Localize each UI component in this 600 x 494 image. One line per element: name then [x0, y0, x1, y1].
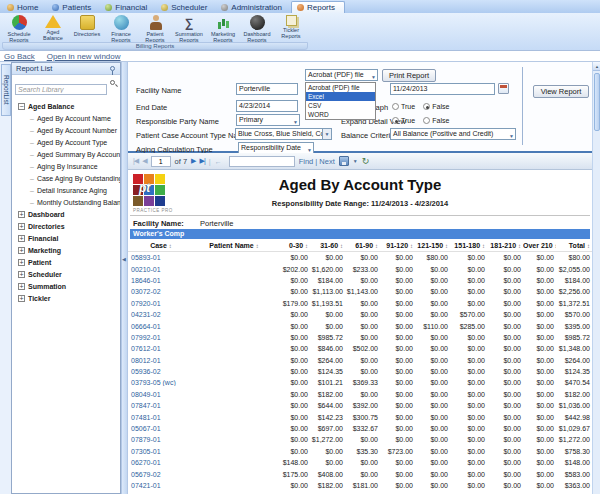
sidebar-item-monthly-outstanding-balance[interactable]: –Monthly Outstanding Balance [12, 196, 120, 208]
case-link[interactable]: 07879-01 [128, 436, 161, 443]
page-number-input[interactable] [151, 156, 171, 167]
sidebar-item-scheduler[interactable]: +Scheduler [12, 268, 120, 280]
last-page-button[interactable]: ▶| [200, 157, 205, 165]
ribbon-patient-reports[interactable]: Patient Reports [138, 14, 172, 43]
expand-icon[interactable]: + [18, 271, 25, 278]
sort-icon[interactable]: ↕ [410, 243, 413, 249]
sort-icon[interactable]: ↕ [305, 243, 308, 249]
sidebar-item-aged-balance[interactable]: −Aged Balance [12, 100, 120, 112]
expand-icon[interactable]: + [18, 295, 25, 302]
scroll-up-arrow-icon[interactable]: ▲ [593, 62, 600, 71]
pin-icon[interactable] [110, 66, 115, 71]
sidebar-item-financial[interactable]: +Financial [12, 232, 120, 244]
expand-icon[interactable]: + [18, 259, 25, 266]
tab-administration[interactable]: Administration [216, 1, 291, 13]
expand-detail-true-radio[interactable] [392, 117, 399, 124]
column-header-91-120[interactable]: 91-120 ↕ [380, 242, 415, 249]
sidebar-item-summation[interactable]: +Summation [12, 280, 120, 292]
sidebar-item-aging-by-insurance[interactable]: –Aging By Insurance [12, 160, 120, 172]
search-input[interactable] [15, 84, 107, 95]
scrollbar-thumb[interactable] [594, 73, 600, 131]
ribbon-directories[interactable]: Directories [70, 14, 104, 43]
sidebar-item-aged-by-account-name[interactable]: –Aged By Account Name [12, 112, 120, 124]
expand-icon[interactable]: + [18, 235, 25, 242]
prev-page-button[interactable]: ◀ [142, 157, 146, 165]
sidebar-item-marketing[interactable]: +Marketing [12, 244, 120, 256]
export-option-acrobat-pdf-file[interactable]: Acrobat (PDF) file [306, 83, 375, 92]
include-graph-true-radio[interactable] [392, 103, 399, 110]
case-link[interactable]: 06664-01 [128, 323, 161, 330]
sidebar-item-patient[interactable]: +Patient [12, 256, 120, 268]
reportlist-vertical-tab[interactable]: ReportList [1, 64, 11, 116]
collapse-icon[interactable]: − [18, 103, 25, 110]
case-link[interactable]: 04231-02 [128, 311, 161, 318]
tab-patients[interactable]: Patients [47, 1, 100, 13]
vertical-scrollbar[interactable]: ▲ [592, 62, 600, 494]
collapse-arrow-icon[interactable]: ◀ [122, 256, 126, 262]
refresh-icon[interactable]: ↻ [362, 157, 370, 166]
facility-name-input[interactable]: Porterville [236, 83, 298, 95]
view-report-button[interactable]: View Report [533, 85, 589, 98]
sort-icon[interactable]: ↕ [169, 243, 172, 249]
ribbon-aged-balance[interactable]: Aged Balance [36, 14, 70, 43]
case-link[interactable]: 08012-01 [128, 357, 161, 364]
ribbon-marketing-reports[interactable]: Marketing Reports [206, 14, 240, 43]
export-dropdown-icon[interactable]: ▼ [353, 158, 358, 164]
expand-icon[interactable]: + [18, 247, 25, 254]
export-format-select[interactable]: Acrobat (PDF) file ▼ [305, 69, 378, 81]
responsible-party-select[interactable]: Primary ▼ [236, 114, 300, 126]
column-header-181-210[interactable]: 181-210 ↕ [487, 242, 523, 249]
column-header-61-90[interactable]: 61-90 ↕ [345, 242, 380, 249]
case-link[interactable]: 07920-01 [128, 300, 161, 307]
sidebar-item-aged-by-account-number[interactable]: –Aged By Account Number [12, 124, 120, 136]
find-text-input[interactable] [229, 156, 295, 167]
case-link[interactable]: 07305-01 [128, 448, 161, 455]
case-link[interactable]: 05679-02 [128, 471, 161, 478]
end-date-input[interactable]: 4/23/2014 [236, 100, 298, 112]
column-header-patient-name[interactable]: Patient Name ↕ [194, 242, 274, 249]
sort-icon[interactable]: ↕ [518, 243, 521, 249]
ribbon-tickler-reports[interactable]: Tickler Reports [274, 14, 308, 43]
next-page-button[interactable]: ▶ [191, 157, 195, 165]
column-header-over-210[interactable]: Over 210 ↕ [523, 242, 556, 249]
export-option-csv[interactable]: CSV [306, 101, 375, 110]
sidebar-item-detail-insurance-aging[interactable]: –Detail Insurance Aging [12, 184, 120, 196]
column-header-151-180[interactable]: 151-180 ↕ [450, 242, 487, 249]
tab-scheduler[interactable]: Scheduler [156, 1, 216, 13]
tab-reports[interactable]: Reports [291, 1, 345, 13]
start-date-input[interactable]: 11/24/2013 [390, 83, 495, 95]
back-button[interactable]: ← [215, 158, 221, 165]
sort-icon[interactable]: ↕ [375, 243, 378, 249]
balance-criteria-select[interactable]: All Balance (Positive and Credit) ▼ [390, 128, 516, 140]
sidebar-item-aged-by-account-type[interactable]: –Aged By Account Type [12, 136, 120, 148]
expand-detail-false-radio[interactable] [423, 117, 430, 124]
case-link[interactable]: 07421-01 [128, 482, 161, 489]
column-header-31-60[interactable]: 31-60 ↕ [310, 242, 345, 249]
tab-home[interactable]: Home [2, 1, 47, 13]
ribbon-summation-reports[interactable]: Summation Reports [172, 14, 206, 43]
account-type-select[interactable]: Blue Cross, Blue Shield, Co ▼ [235, 128, 332, 140]
case-link[interactable]: 07992-01 [128, 334, 161, 341]
case-link[interactable]: 00210-01 [128, 266, 161, 273]
export-option-word[interactable]: WORD [306, 110, 375, 119]
find-next-links[interactable]: Find | Next [299, 157, 335, 166]
ribbon-finance-reports[interactable]: Finance Reports [104, 14, 138, 43]
expand-icon[interactable]: + [18, 211, 25, 218]
column-header-121-150[interactable]: 121-150 ↕ [415, 242, 450, 249]
sort-icon[interactable]: ↕ [340, 243, 343, 249]
expand-icon[interactable]: + [18, 223, 25, 230]
sidebar-item-case-aging-by-outstanding-days[interactable]: –Case Aging By Outstanding Days [12, 172, 120, 184]
include-graph-false-radio[interactable] [423, 103, 430, 110]
case-link[interactable]: 07612-01 [128, 345, 161, 352]
case-link[interactable]: 06270-01 [128, 459, 161, 466]
sidebar-item-tickler[interactable]: +Tickler [12, 292, 120, 304]
column-header-case[interactable]: Case ↕ [128, 242, 194, 249]
sort-icon[interactable]: ↕ [587, 243, 590, 249]
sidebar-item-aged-summary-by-account-type[interactable]: –Aged Summary By Account Type [12, 148, 120, 160]
sort-icon[interactable]: ↕ [445, 243, 448, 249]
case-link[interactable]: 03072-02 [128, 288, 161, 295]
print-report-button[interactable]: Print Report [382, 69, 436, 82]
case-link[interactable]: 05936-02 [128, 368, 161, 375]
case-link[interactable]: 18646-01 [128, 277, 161, 284]
tab-financial[interactable]: Financial [100, 1, 156, 13]
